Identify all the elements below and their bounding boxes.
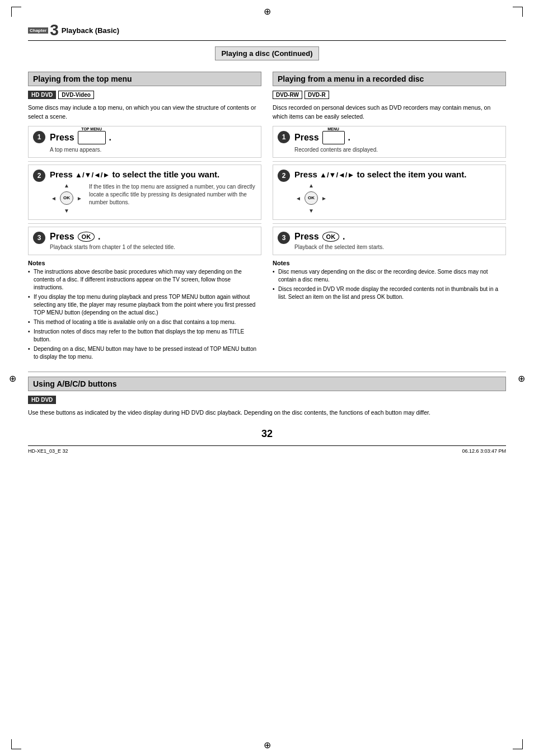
right-dpad-down: ▼ xyxy=(308,208,314,214)
footer-left: HD-XE1_03_E 32 xyxy=(28,448,68,454)
step-3-press-row: Press OK . xyxy=(50,232,256,242)
crosshair-bottom: ⊕ xyxy=(261,739,273,750)
footer-bar: HD-XE1_03_E 32 06.12.6 3:03:47 PM xyxy=(28,445,506,454)
step-2-content: Press ▲/▼/◄/► to select the title you wa… xyxy=(50,170,256,215)
bottom-section-title: Using A/B/C/D buttons xyxy=(28,377,506,391)
crosshair-right: ⊕ xyxy=(518,373,525,383)
dpad-left-arrow: ◄ xyxy=(51,195,57,201)
ok-button-left: OK xyxy=(78,232,95,242)
right-notes-list: Disc menus vary depending on the disc or… xyxy=(273,268,506,301)
crosshair-top: ⊕ xyxy=(261,6,273,17)
step-number-2: 2 xyxy=(33,170,45,182)
step-3-press-label: Press xyxy=(50,232,74,242)
left-notes-section: Notes The instructions above describe ba… xyxy=(28,260,261,361)
step-1-subtext: A top menu appears. xyxy=(50,147,256,153)
left-column: Playing from the top menu HD DVD DVD-Vid… xyxy=(28,72,261,363)
step-3-period: . xyxy=(98,232,100,242)
dpad-left: ▲ ▼ ◄ ► OK xyxy=(50,181,83,215)
dpad-down-arrow: ▼ xyxy=(64,208,69,214)
bottom-section: Using A/B/C/D buttons HD DVD Use these b… xyxy=(28,372,506,417)
right-step-1-content: Press MENU . Recorded contents are displ… xyxy=(294,131,501,153)
badge-hddvd-bottom: HD DVD xyxy=(28,396,56,404)
left-notes-list: The instructions above describe basic pr… xyxy=(28,268,261,361)
badge-dvdr: DVD-R xyxy=(305,91,329,99)
right-dpad-right: ► xyxy=(321,195,327,201)
right-step-1-period: . xyxy=(348,133,350,143)
corner-mark-bl xyxy=(11,739,21,749)
chapter-bar: Chapter 3 Playback (Basic) xyxy=(28,22,506,41)
right-note-2: Discs recorded in DVD VR mode display th… xyxy=(273,285,506,301)
dpad-right-arrow: ► xyxy=(77,195,82,201)
page-number: 32 xyxy=(28,428,506,440)
two-column-layout: Playing from the top menu HD DVD DVD-Vid… xyxy=(28,72,506,363)
left-note-5: Depending on a disc, MENU button may hav… xyxy=(28,345,261,361)
right-notes-section: Notes Disc menus vary depending on the d… xyxy=(273,260,506,301)
badge-hddvd: HD DVD xyxy=(28,91,56,99)
corner-mark-br xyxy=(513,739,523,749)
bottom-badge-row: HD DVD xyxy=(28,396,506,404)
step-2-press-text: Press ▲/▼/◄/► to select the title you wa… xyxy=(50,170,256,179)
step-2-note: If the titles in the top menu are assign… xyxy=(89,183,256,206)
right-step-3-content: Press OK . Playback of the selected item… xyxy=(294,232,501,250)
left-note-3: This method of locating a title is avail… xyxy=(28,318,261,326)
right-step-3-press-row: Press OK . xyxy=(294,232,501,242)
dpad-ok-center: OK xyxy=(60,191,73,205)
right-step-2-press-text: Press ▲/▼/◄/► to select the item you wan… xyxy=(294,170,501,179)
step-3-subtext: Playback starts from chapter 1 of the se… xyxy=(50,244,256,250)
menu-label-tiny: MENU xyxy=(327,127,339,131)
badge-dvdrw: DVD-RW xyxy=(273,91,302,99)
corner-mark-tl xyxy=(11,7,21,17)
left-section-title: Playing from the top menu xyxy=(28,72,261,86)
left-note-4: Instruction notes of discs may refer to … xyxy=(28,328,261,344)
step-3-content: Press OK . Playback starts from chapter … xyxy=(50,232,256,250)
step-number-1: 1 xyxy=(33,131,45,143)
right-step-1-subtext: Recorded contents are displayed. xyxy=(294,147,501,153)
bottom-intro: Use these buttons as indicated by the vi… xyxy=(28,408,506,417)
footer-right: 06.12.6 3:03:47 PM xyxy=(462,448,506,454)
left-note-2: If you display the top menu during playb… xyxy=(28,293,261,317)
right-step-2: 2 Press ▲/▼/◄/► to select the item you w… xyxy=(273,165,506,220)
page-container: ⊕ ⊕ ⊕ ⊕ Chapter 3 Playback (Basic) Playi… xyxy=(0,0,534,756)
right-step-number-2: 2 xyxy=(278,170,290,182)
ok-button-right: OK xyxy=(322,232,340,242)
right-step-number-3: 3 xyxy=(278,232,290,244)
right-step-3-press-label: Press xyxy=(294,232,319,242)
chapter-title: Playback (Basic) xyxy=(62,26,119,35)
dpad-up-arrow: ▲ xyxy=(64,182,69,189)
chapter-number: 3 xyxy=(50,22,59,38)
step-1-period: . xyxy=(109,133,111,143)
top-menu-label-tiny: TOP MENU xyxy=(81,127,102,131)
badge-dvdvideo: DVD-Video xyxy=(58,91,94,99)
right-dpad-left: ◄ xyxy=(296,195,301,201)
directional-pad-left: ▲ ▼ ◄ ► OK xyxy=(50,181,83,215)
left-step-3: 3 Press OK . Playback starts from chapte… xyxy=(28,227,261,255)
right-intro: Discs recorded on personal devices such … xyxy=(273,104,506,121)
right-step-1-press-label: Press xyxy=(294,133,319,143)
left-step-2: 2 Press ▲/▼/◄/► to select the title you … xyxy=(28,165,261,220)
right-step-number-1: 1 xyxy=(278,131,290,143)
step-1-press-label: Press xyxy=(50,133,74,143)
corner-mark-tr xyxy=(513,7,523,17)
main-section-title: Playing a disc (Continued) xyxy=(215,46,318,60)
left-step-1: 1 Press TOP MENU . A top menu appears. xyxy=(28,126,261,158)
directional-pad-right: ▲ ▼ ◄ ► OK xyxy=(294,181,328,215)
crosshair-left: ⊕ xyxy=(9,373,16,383)
right-note-1: Disc menus vary depending on the disc or… xyxy=(273,268,506,284)
chapter-badge: Chapter xyxy=(28,27,48,34)
left-note-1: The instructions above describe basic pr… xyxy=(28,268,261,292)
step-2-dpad-area: ▲ ▼ ◄ ► OK If the titles in the top menu… xyxy=(50,181,256,215)
step-1-content: Press TOP MENU . A top menu appears. xyxy=(50,131,256,153)
right-dpad-ok-center: OK xyxy=(305,191,318,205)
right-step-3-period: . xyxy=(343,232,345,242)
right-step-3-subtext: Playback of the selected item starts. xyxy=(294,244,501,250)
right-badge-row: DVD-RW DVD-R xyxy=(273,91,506,99)
right-section-title: Playing from a menu in a recorded disc xyxy=(273,72,506,86)
step-number-3: 3 xyxy=(33,232,45,244)
right-step-2-content: Press ▲/▼/◄/► to select the item you wan… xyxy=(294,170,501,215)
left-badge-row: HD DVD DVD-Video xyxy=(28,91,261,99)
right-dpad-up: ▲ xyxy=(308,182,314,189)
right-column: Playing from a menu in a recorded disc D… xyxy=(273,72,506,363)
left-intro: Some discs may include a top menu, on wh… xyxy=(28,104,261,121)
right-step-1-press-row: Press MENU . xyxy=(294,131,501,144)
step-1-press-row: Press TOP MENU . xyxy=(50,131,256,144)
